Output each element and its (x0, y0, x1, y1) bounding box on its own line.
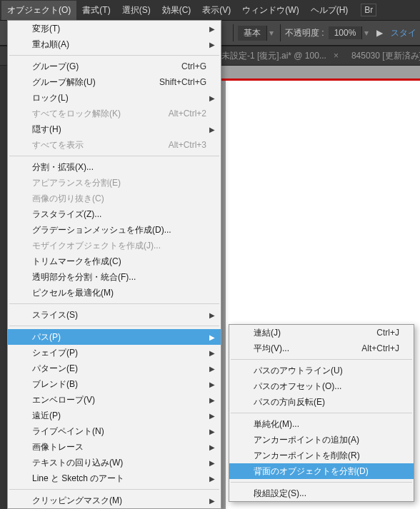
submenu-simplify[interactable]: 単純化(M)... (229, 416, 414, 432)
menu-label: ロック(L) (32, 92, 206, 104)
submenu-add-anchor[interactable]: アンカーポイントの追加(A) (229, 432, 414, 448)
menubar-item-help[interactable]: ヘルプ(H) (305, 1, 354, 20)
document-tab[interactable]: 未設定-1 [復元].ai* @ 100... (221, 50, 326, 62)
menu-text-wrap[interactable]: テキストの回り込み(W)▶ (8, 455, 221, 470)
menu-trim-marks[interactable]: トリムマークを作成(C) (8, 253, 221, 269)
chevron-right-icon[interactable]: ▶ (375, 28, 384, 38)
submenu-join[interactable]: 連結(J)Ctrl+J (229, 325, 414, 341)
menu-label: 重ね順(A) (32, 39, 206, 51)
menu-gradient-mesh[interactable]: グラデーションメッシュを作成(D)... (8, 222, 221, 238)
menu-image-trace[interactable]: 画像トレース▶ (8, 439, 221, 455)
menubar-label: オブジェクト(O) (7, 5, 71, 15)
chevron-right-icon: ▶ (209, 311, 215, 319)
submenu-outline[interactable]: パスのアウトライン(U) (229, 363, 414, 378)
menu-clipping-mask[interactable]: クリッピングマスク(M)▶ (8, 493, 221, 508)
shortcut: Ctrl+J (376, 328, 399, 338)
menubar-item-window[interactable]: ウィンドウ(W) (236, 1, 304, 20)
menu-rasterize[interactable]: ラスタライズ(Z)... (8, 206, 221, 222)
chevron-right-icon: ▶ (209, 381, 215, 388)
menu-label: 遠近(P) (32, 410, 206, 422)
menu-pattern[interactable]: パターン(E)▶ (8, 361, 221, 376)
menu-flatten-transparency[interactable]: 透明部分を分割・統合(F)... (8, 269, 221, 285)
submenu-average[interactable]: 平均(V)...Alt+Ctrl+J (229, 341, 414, 356)
menu-arrange[interactable]: 重ね順(A)▶ (8, 36, 221, 52)
menu-unlock-all: すべてをロック解除(K)Alt+Ctrl+2 (8, 106, 221, 121)
shortcut: Alt+Ctrl+3 (169, 140, 206, 150)
menu-label: グループ解除(U) (32, 76, 159, 89)
menubar: オブジェクト(O) 書式(T) 選択(S) 効果(C) 表示(V) ウィンドウ(… (0, 0, 420, 20)
separator (231, 482, 412, 483)
shortcut: Ctrl+G (181, 61, 206, 71)
menu-label: パスのオフセット(O)... (254, 381, 399, 393)
chevron-down-icon[interactable]: ▾ (267, 28, 276, 38)
menu-perspective[interactable]: 遠近(P)▶ (8, 408, 221, 423)
menu-label: 段組設定(S)... (254, 488, 399, 500)
menu-expand[interactable]: 分割・拡張(X)... (8, 159, 221, 175)
menubar-item-view[interactable]: 表示(V) (196, 1, 236, 20)
menu-transform[interactable]: 変形(T)▶ (8, 21, 221, 36)
chevron-right-icon: ▶ (209, 459, 215, 467)
menu-ungroup[interactable]: グループ解除(U)Shift+Ctrl+G (8, 74, 221, 90)
menubar-label: ヘルプ(H) (311, 5, 349, 15)
menu-label: 画像の切り抜き(C) (32, 193, 206, 205)
menu-hide[interactable]: 隠す(H)▶ (8, 121, 221, 137)
submenu-remove-anchor[interactable]: アンカーポイントを削除(R) (229, 448, 414, 463)
submenu-divide-below[interactable]: 背面のオブジェクトを分割(D) (229, 463, 414, 479)
menu-expand-appearance: アピアランスを分割(E) (8, 175, 221, 191)
menu-line-sketch[interactable]: Line と Sketch のアート▶ (8, 470, 221, 486)
document-tab[interactable]: 845030 [更新済み] (351, 50, 420, 62)
chevron-down-icon[interactable]: ▾ (362, 28, 371, 38)
menu-label: パスの方向反転(E) (254, 396, 399, 408)
submenu-offset[interactable]: パスのオフセット(O)... (229, 378, 414, 394)
chevron-right-icon: ▶ (209, 428, 215, 435)
menubar-label: 効果(C) (162, 5, 191, 15)
menubar-item-type[interactable]: 書式(T) (76, 1, 116, 20)
menu-blend[interactable]: ブレンド(B)▶ (8, 376, 221, 392)
menubar-item-effect[interactable]: 効果(C) (156, 1, 197, 20)
menubar-item-object[interactable]: オブジェクト(O) (1, 1, 76, 20)
chevron-right-icon: ▶ (209, 443, 215, 451)
object-menu: 変形(T)▶ 重ね順(A)▶ グループ(G)Ctrl+G グループ解除(U)Sh… (7, 20, 221, 509)
style-link[interactable]: スタイ (391, 27, 416, 39)
menu-label: すべてをロック解除(K) (32, 108, 169, 120)
submenu-rows-cols[interactable]: 段組設定(S)... (229, 485, 414, 501)
menu-label: アンカーポイントを削除(R) (254, 450, 399, 462)
style-dropdown[interactable]: 基本 (238, 26, 267, 41)
menubar-label: 表示(V) (202, 5, 231, 15)
menu-label: ブレンド(B) (32, 378, 206, 390)
menu-label: エンベロープ(V) (32, 394, 206, 406)
menu-label: 隠す(H) (32, 124, 206, 136)
menu-slice[interactable]: スライス(S)▶ (8, 307, 221, 323)
menu-label: 連結(J) (254, 327, 376, 339)
opacity-value[interactable]: 100% (329, 26, 363, 39)
menu-label: グループ(G) (32, 61, 181, 73)
chevron-right-icon: ▶ (209, 94, 215, 102)
menu-label: アンカーポイントの追加(A) (254, 434, 399, 446)
menu-label: 透明部分を分割・統合(F)... (32, 271, 206, 283)
close-icon[interactable]: × (334, 51, 339, 61)
menu-label: 単純化(M)... (254, 418, 399, 430)
menu-envelope[interactable]: エンベロープ(V)▶ (8, 392, 221, 408)
menubar-item-select[interactable]: 選択(S) (116, 1, 156, 20)
menu-label: 平均(V)... (254, 343, 361, 355)
separator (231, 413, 412, 413)
chevron-right-icon: ▶ (209, 126, 215, 133)
menu-label: 分割・拡張(X)... (32, 161, 206, 173)
shortcut: Alt+Ctrl+J (361, 343, 399, 353)
chevron-right-icon: ▶ (209, 497, 215, 505)
menu-mosaic: モザイクオブジェクトを作成(J)... (8, 238, 221, 253)
submenu-reverse[interactable]: パスの方向反転(E) (229, 394, 414, 410)
chevron-right-icon: ▶ (209, 412, 215, 420)
menu-path[interactable]: パス(P)▶ (8, 329, 221, 345)
menu-lock[interactable]: ロック(L)▶ (8, 90, 221, 106)
menu-shape[interactable]: シェイプ(P)▶ (8, 345, 221, 361)
menu-pixel-perfect[interactable]: ピクセルを最適化(M) (8, 285, 221, 301)
separator (9, 489, 219, 490)
chevron-right-icon: ▶ (209, 475, 215, 483)
separator (231, 359, 412, 360)
bridge-button[interactable]: Br (361, 4, 376, 16)
menu-label: スライス(S) (32, 309, 206, 321)
menu-live-paint[interactable]: ライブペイント(N)▶ (8, 423, 221, 439)
chevron-right-icon: ▶ (209, 41, 215, 49)
menu-group[interactable]: グループ(G)Ctrl+G (8, 59, 221, 74)
